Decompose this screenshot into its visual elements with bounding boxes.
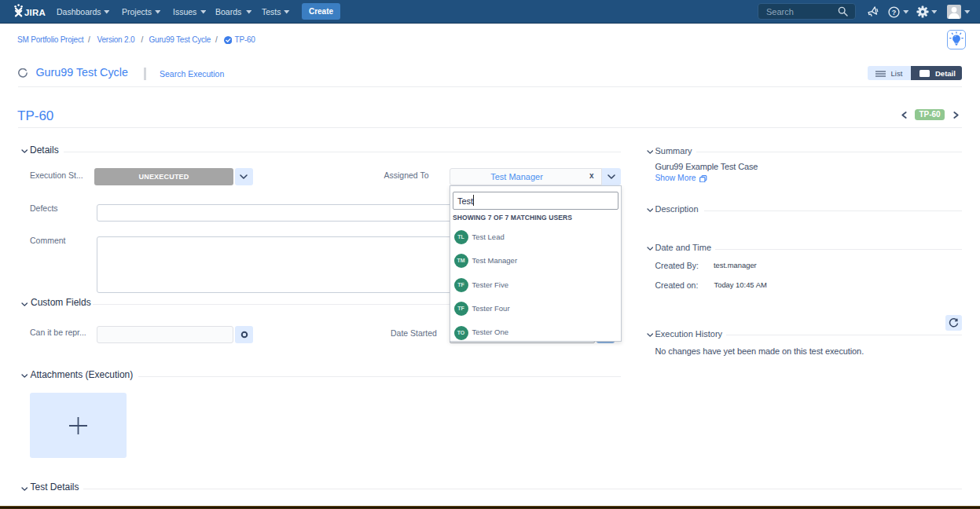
svg-text:?: ? xyxy=(892,9,897,16)
